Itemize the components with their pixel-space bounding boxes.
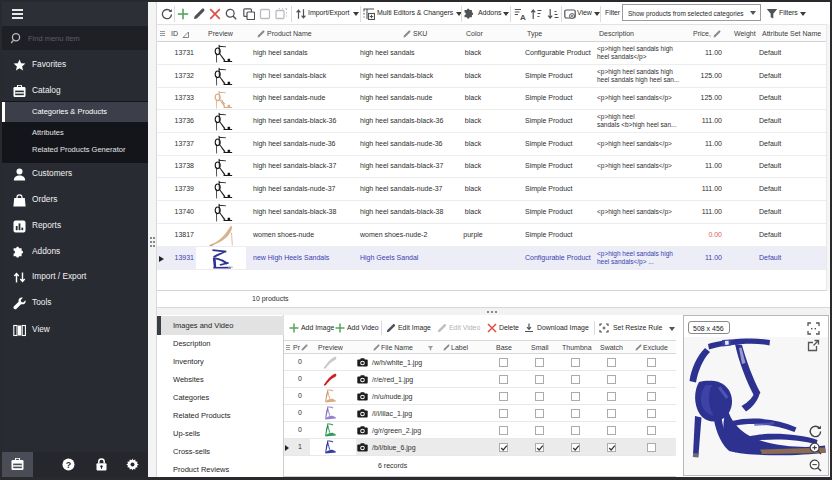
svg-text:?: ? (66, 460, 72, 470)
svg-text:A: A (520, 13, 526, 21)
